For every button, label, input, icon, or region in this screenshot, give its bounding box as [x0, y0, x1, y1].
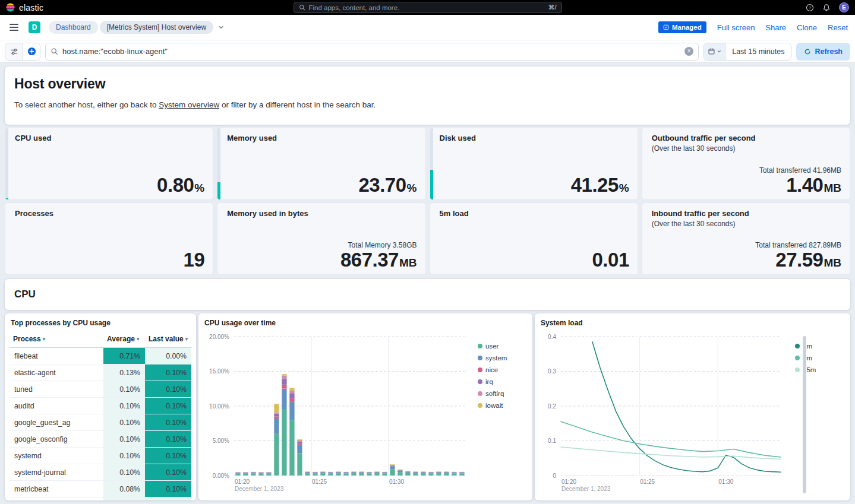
reset-button[interactable]: Reset — [828, 23, 848, 32]
load-line-5m[interactable] — [561, 421, 781, 457]
bar-segment-iowait[interactable] — [282, 374, 286, 375]
managed-badge[interactable]: Managed — [658, 21, 706, 33]
bar-segment-system[interactable] — [328, 473, 333, 474]
bar-segment-softirq[interactable] — [397, 470, 402, 470]
scrollbar-thumb[interactable] — [803, 336, 806, 493]
breadcrumb-current-page[interactable]: [Metrics System] Host overview — [100, 21, 213, 34]
bar-segment-user[interactable] — [397, 472, 402, 476]
cpu-usage-chart-canvas[interactable]: 0.00%5.00%10.00%15.00%20.00%01:20Decembe… — [203, 331, 471, 496]
deployment-badge[interactable]: D — [29, 21, 40, 33]
clone-button[interactable]: Clone — [797, 23, 817, 32]
bar-segment-user[interactable] — [390, 470, 395, 476]
bar-segment-system[interactable] — [282, 389, 286, 410]
bar-segment-system[interactable] — [367, 473, 371, 474]
bar-segment-system[interactable] — [313, 473, 317, 474]
menu-icon[interactable] — [7, 20, 23, 35]
bar-segment-user[interactable] — [452, 474, 456, 476]
bar-segment-iowait[interactable] — [390, 464, 395, 465]
bar-segment-system[interactable] — [413, 473, 418, 474]
add-filter-button[interactable] — [23, 43, 40, 60]
bar-segment-nice[interactable] — [274, 417, 279, 419]
bar-segment-user[interactable] — [305, 473, 310, 476]
bar-segment-user[interactable] — [382, 474, 387, 476]
bar-segment-user[interactable] — [359, 473, 364, 476]
clear-query-icon[interactable]: × — [684, 47, 693, 56]
bar-segment-user[interactable] — [258, 474, 263, 476]
legend-item-softirq[interactable]: softirq — [478, 390, 507, 397]
legend-item-irq[interactable]: irq — [478, 378, 507, 385]
bar-segment-user[interactable] — [343, 474, 348, 476]
bar-segment-system[interactable] — [289, 402, 294, 420]
bar-segment-system[interactable] — [436, 473, 441, 474]
refresh-button[interactable]: Refresh — [796, 43, 850, 61]
bar-segment-irq[interactable] — [297, 442, 302, 444]
bar-segment-user[interactable] — [266, 474, 271, 476]
elastic-logo-icon[interactable] — [6, 3, 15, 12]
bar-segment-irq[interactable] — [274, 414, 279, 417]
bar-segment-softirq[interactable] — [289, 391, 294, 394]
bar-segment-nice[interactable] — [297, 443, 302, 445]
bar-segment-iowait[interactable] — [297, 439, 302, 440]
filter-options-button[interactable] — [5, 43, 23, 60]
legend-item-nice[interactable]: nice — [478, 366, 507, 373]
bar-segment-user[interactable] — [282, 410, 286, 476]
bar-segment-system[interactable] — [320, 473, 325, 474]
bar-segment-user[interactable] — [251, 474, 255, 476]
bar-segment-irq[interactable] — [390, 465, 395, 466]
bar-segment-system[interactable] — [258, 473, 263, 473]
legend-item-iowait[interactable]: iowait — [478, 402, 507, 409]
bar-segment-irq[interactable] — [282, 379, 286, 384]
bar-segment-user[interactable] — [413, 473, 418, 476]
legend-item-system[interactable]: system — [478, 354, 507, 362]
bar-segment-user[interactable] — [374, 473, 379, 476]
bar-segment-user[interactable] — [235, 474, 240, 476]
bar-segment-user[interactable] — [459, 474, 464, 476]
legend-item-user[interactable]: user — [478, 343, 507, 350]
bar-segment-softirq[interactable] — [297, 440, 302, 442]
column-header-last-value[interactable]: Last value▾ — [145, 331, 191, 348]
bar-segment-user[interactable] — [320, 473, 325, 476]
bar-segment-system[interactable] — [351, 473, 356, 474]
bar-segment-system[interactable] — [274, 419, 279, 434]
bar-segment-user[interactable] — [367, 474, 371, 476]
bar-segment-user[interactable] — [243, 474, 248, 476]
time-range-button[interactable]: Last 15 minutes — [725, 43, 791, 60]
date-picker-button[interactable] — [704, 43, 725, 60]
bar-segment-user[interactable] — [421, 473, 425, 476]
bar-segment-system[interactable] — [397, 471, 402, 473]
global-search[interactable]: ⌘/ — [294, 2, 562, 13]
bar-segment-system[interactable] — [359, 473, 364, 474]
query-text-field[interactable] — [62, 47, 680, 56]
notifications-icon[interactable] — [822, 4, 831, 12]
bar-segment-softirq[interactable] — [390, 465, 395, 465]
bar-segment-user[interactable] — [297, 454, 302, 476]
bar-segment-user[interactable] — [336, 473, 340, 476]
bar-segment-user[interactable] — [428, 474, 433, 476]
bar-segment-softirq[interactable] — [282, 376, 286, 379]
bar-segment-system[interactable] — [297, 445, 302, 454]
bar-segment-system[interactable] — [390, 466, 395, 469]
bar-segment-user[interactable] — [444, 473, 449, 476]
help-icon[interactable]: ? — [806, 4, 814, 12]
query-input[interactable]: × — [45, 43, 699, 61]
bar-segment-system[interactable] — [421, 473, 425, 474]
bar-segment-system[interactable] — [266, 473, 271, 473]
share-button[interactable]: Share — [765, 23, 786, 32]
bar-segment-user[interactable] — [436, 473, 441, 476]
system-load-chart-canvas[interactable]: 00.10.20.30.401:20December 1, 202301:250… — [539, 331, 788, 496]
system-overview-link[interactable]: System overview — [159, 100, 219, 109]
bar-segment-system[interactable] — [305, 473, 310, 474]
bar-segment-nice[interactable] — [390, 466, 395, 467]
bar-segment-system[interactable] — [405, 472, 410, 473]
bar-segment-nice[interactable] — [282, 385, 286, 389]
bar-segment-user[interactable] — [351, 473, 356, 476]
chevron-down-icon[interactable] — [217, 24, 225, 31]
bar-segment-user[interactable] — [405, 473, 410, 476]
bar-segment-system[interactable] — [243, 473, 248, 473]
bar-segment-iowait[interactable] — [274, 404, 279, 413]
bar-segment-system[interactable] — [452, 473, 456, 474]
bar-segment-system[interactable] — [343, 473, 348, 474]
bar-segment-user[interactable] — [328, 474, 333, 476]
global-search-input[interactable] — [309, 4, 545, 11]
bar-segment-user[interactable] — [289, 420, 294, 476]
